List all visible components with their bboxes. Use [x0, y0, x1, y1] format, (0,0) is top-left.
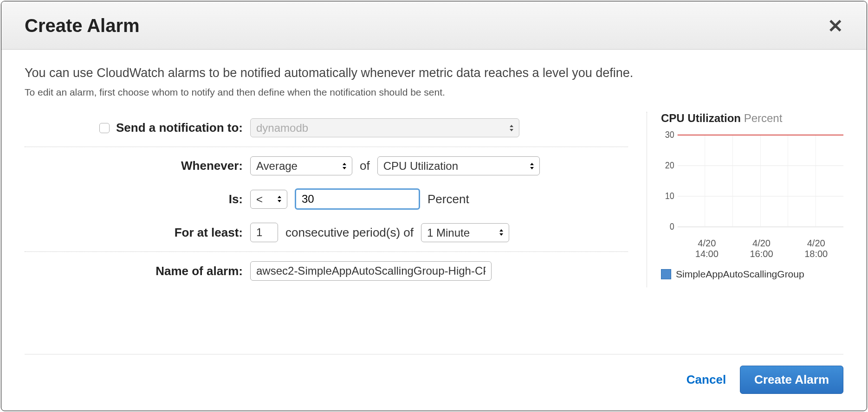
unit-text: Percent [428, 192, 469, 206]
threshold-input[interactable] [295, 188, 420, 210]
cancel-button[interactable]: Cancel [687, 373, 726, 387]
row-for: For at least: consecutive period(s) of 1… [25, 216, 628, 252]
modal-body: You can use CloudWatch alarms to be noti… [1, 50, 867, 354]
modal-header: Create Alarm ✕ [1, 1, 867, 50]
modal-title: Create Alarm [25, 15, 140, 36]
x-tick-1: 4/20 16:00 [734, 238, 789, 259]
for-label: For at least: [25, 225, 243, 240]
alarm-name-input[interactable] [250, 261, 492, 281]
ytick-20: 20 [665, 160, 674, 170]
x-ticks: 4/20 14:00 4/20 16:00 4/20 18:00 [661, 238, 843, 259]
metric-select[interactable]: CPU Utilization [377, 156, 540, 175]
ytick-0: 0 [670, 221, 674, 232]
row-name: Name of alarm: [25, 255, 628, 287]
ytick-30: 30 [665, 130, 674, 140]
name-label: Name of alarm: [25, 264, 243, 278]
whenever-label: Whenever: [25, 159, 243, 173]
close-icon[interactable]: ✕ [828, 17, 843, 35]
create-alarm-modal: Create Alarm ✕ You can use CloudWatch al… [1, 1, 867, 411]
legend-label: SimpleAppAutoScallingGroup [676, 269, 804, 280]
chart-unit: Percent [744, 112, 783, 124]
create-alarm-button[interactable]: Create Alarm [740, 366, 843, 394]
periods-input[interactable] [250, 223, 278, 242]
period-length-select[interactable]: 1 Minute [421, 223, 509, 242]
row-is: Is: < Percent [25, 182, 628, 216]
sub-intro-text: To edit an alarm, first choose whom to n… [25, 87, 843, 98]
notify-checkbox[interactable] [99, 123, 110, 133]
x-tick-0: 4/20 14:00 [680, 238, 734, 259]
periods-text: consecutive period(s) of [285, 225, 414, 240]
of-text: of [360, 159, 370, 173]
notify-label: Send a notification to: [116, 121, 243, 135]
notify-select[interactable]: dynamodb [250, 118, 519, 137]
chart-column: CPU Utilization Percent [647, 112, 843, 287]
modal-footer: Cancel Create Alarm [25, 354, 843, 411]
legend-swatch [661, 269, 671, 279]
intro-text: You can use CloudWatch alarms to be noti… [25, 66, 843, 80]
chart-metric-name: CPU Utilization [661, 112, 741, 124]
chart-legend: SimpleAppAutoScallingGroup [661, 269, 843, 280]
chart-plot: 30 20 10 0 [661, 130, 843, 232]
row-notification: Send a notification to: dynamodb [25, 112, 628, 147]
ytick-10: 10 [665, 191, 674, 201]
form-column: Send a notification to: dynamodb Wheneve… [25, 112, 628, 287]
chart-svg: 30 20 10 0 [661, 130, 843, 232]
content-row: Send a notification to: dynamodb Wheneve… [25, 112, 843, 287]
chart-title: CPU Utilization Percent [661, 112, 843, 125]
x-tick-2: 4/20 18:00 [789, 238, 843, 259]
row-whenever: Whenever: Average of CPU Utilization [25, 150, 628, 182]
operator-select[interactable]: < [250, 190, 287, 209]
statistic-select[interactable]: Average [250, 156, 352, 175]
is-label: Is: [25, 192, 243, 206]
notify-label-cell: Send a notification to: [25, 121, 243, 135]
